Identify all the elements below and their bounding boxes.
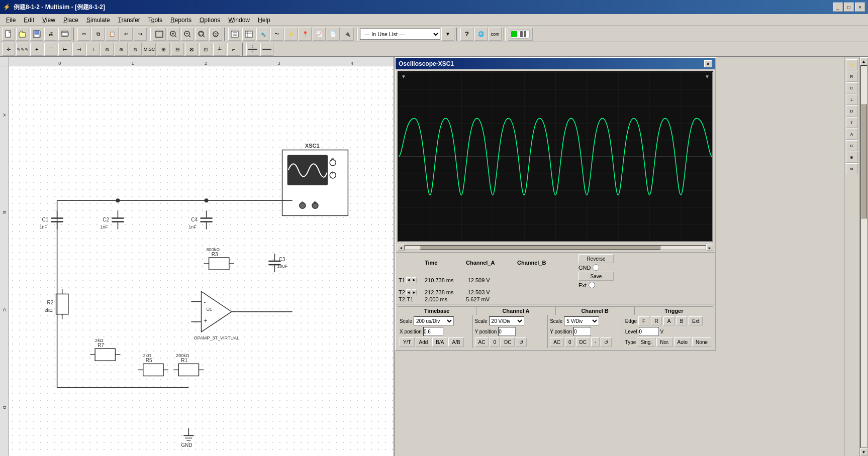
zoom-fullpage-button[interactable]: [153, 28, 166, 41]
r3-component[interactable]: R3 800kΩ: [204, 247, 234, 270]
cha-dc-btn[interactable]: DC: [501, 337, 515, 347]
wire-btn[interactable]: ∿∿∿: [16, 43, 29, 56]
t2-right-arrow[interactable]: ►: [412, 289, 417, 295]
title-controls[interactable]: _ □ ×: [833, 3, 865, 12]
digital-btn[interactable]: ⊞: [157, 43, 170, 56]
tb-scale-select[interactable]: 200 us/Div: [414, 316, 454, 325]
right-tb-btn-7[interactable]: A: [846, 129, 858, 140]
undo-button[interactable]: ↩: [120, 28, 133, 41]
osc-scroll-track[interactable]: [405, 245, 706, 250]
logic-btn[interactable]: ⊟: [171, 43, 184, 56]
bus-btn[interactable]: ⚡: [284, 28, 298, 41]
c1-component[interactable]: C1 1nF: [39, 210, 63, 229]
maximize-button[interactable]: □: [844, 3, 854, 12]
chb-invert-btn[interactable]: ↺: [601, 337, 612, 347]
chb-ypos-input[interactable]: [573, 327, 591, 336]
save-button-osc[interactable]: Save: [578, 272, 614, 281]
right-tb-btn-9[interactable]: ⊕: [846, 152, 858, 163]
right-tb-btn-10[interactable]: ⊗: [846, 163, 858, 174]
instr-btn[interactable]: ┴: [213, 43, 226, 56]
route-mode-btn[interactable]: [260, 43, 273, 56]
dropdown-arrow-btn[interactable]: ▼: [441, 28, 454, 41]
paste-button[interactable]: 📋: [106, 28, 119, 41]
r2-component[interactable]: R2 2kΩ: [44, 289, 68, 319]
print-button[interactable]: 🖨: [44, 28, 57, 41]
cha-ypos-input[interactable]: [498, 327, 516, 336]
component-btn[interactable]: 🔌: [341, 28, 354, 41]
in-use-list-dropdown[interactable]: --- In Use List ---: [360, 29, 440, 40]
com-btn[interactable]: com: [489, 28, 502, 41]
chb-scale-select[interactable]: 5 V/Div: [564, 316, 599, 325]
osc-scroll-thumb[interactable]: [420, 246, 660, 250]
help-btn[interactable]: ?: [460, 28, 473, 41]
right-tb-btn-4[interactable]: L: [846, 94, 858, 105]
right-tb-btn-8[interactable]: G: [846, 140, 858, 151]
trig-edge-r-btn[interactable]: R: [651, 316, 662, 325]
chb-ac-btn[interactable]: AC: [550, 337, 564, 347]
trig-ext-btn[interactable]: Ext: [689, 316, 703, 325]
ba-btn[interactable]: B/A: [432, 337, 447, 347]
menu-view[interactable]: View: [38, 16, 59, 25]
open-button[interactable]: [16, 28, 29, 41]
wiring-mode-btn[interactable]: [246, 43, 259, 56]
t1-left-arrow[interactable]: ◄: [406, 277, 411, 283]
ab-btn[interactable]: A/B: [448, 337, 463, 347]
schematic-canvas[interactable]: G T A B XSC1: [9, 66, 394, 456]
c2-component[interactable]: C2 1nF: [100, 210, 124, 229]
run-pause-btn[interactable]: [508, 28, 533, 41]
r1-component[interactable]: R1 200kΩ: [173, 353, 204, 376]
probe-btn[interactable]: 📍: [299, 28, 312, 41]
spreadsheet-btn[interactable]: [242, 28, 255, 41]
menu-transfer[interactable]: Transfer: [114, 16, 144, 25]
main-scrollbar-v[interactable]: ▲ ▼: [859, 57, 868, 456]
menu-edit[interactable]: Edit: [20, 16, 38, 25]
busconn2-btn[interactable]: ⊥: [86, 43, 100, 56]
schematic-btn[interactable]: [228, 28, 241, 41]
menu-tools[interactable]: Tools: [144, 16, 166, 25]
zoom-in-button[interactable]: [167, 28, 180, 41]
junction-btn[interactable]: ✦: [30, 43, 43, 56]
menu-window[interactable]: Window: [224, 16, 254, 25]
scroll-track[interactable]: [860, 65, 867, 448]
trig-a-btn[interactable]: A: [663, 316, 674, 325]
menu-options[interactable]: Options: [196, 16, 224, 25]
zoom-out-button[interactable]: [181, 28, 194, 41]
redo-button[interactable]: ↪: [134, 28, 147, 41]
right-tb-btn-3[interactable]: C: [846, 82, 858, 93]
pointer-btn[interactable]: ✛: [2, 43, 15, 56]
pin-btn[interactable]: ⊚: [101, 43, 114, 56]
xsc1-component[interactable]: G T A B XSC1: [282, 143, 348, 216]
minimize-button[interactable]: _: [833, 3, 843, 12]
cut-button[interactable]: ✂: [77, 28, 90, 41]
right-tb-btn-5[interactable]: D: [846, 105, 858, 117]
t2-arrows[interactable]: ◄ ►: [406, 289, 417, 295]
trig-edge-f-btn[interactable]: F: [638, 316, 649, 325]
gnd-radio[interactable]: [593, 264, 599, 271]
osc-scroll-left[interactable]: ◄: [398, 245, 405, 251]
right-tb-btn-6[interactable]: T: [846, 117, 858, 128]
osc-close-btn[interactable]: ×: [704, 60, 712, 67]
trig-auto-btn[interactable]: Auto: [674, 337, 692, 347]
menu-place[interactable]: Place: [59, 16, 82, 25]
wave-btn[interactable]: 〜: [270, 28, 283, 41]
trig-level-input[interactable]: [639, 327, 659, 336]
zoom-fit-button[interactable]: 50: [209, 28, 222, 41]
ground-btn[interactable]: ⌐: [227, 43, 240, 56]
reverse-button[interactable]: Reverse: [578, 254, 614, 263]
cha-invert-btn[interactable]: ↺: [516, 337, 527, 347]
menu-file[interactable]: File: [2, 16, 20, 25]
trig-b-btn[interactable]: B: [676, 316, 687, 325]
r7-component[interactable]: R7 2kΩ: [90, 338, 120, 361]
t2-left-arrow[interactable]: ◄: [406, 289, 411, 295]
menu-simulate[interactable]: Simulate: [82, 16, 114, 25]
pwrport-btn[interactable]: ⊛: [115, 43, 128, 56]
chb-minus-btn[interactable]: -: [591, 337, 600, 347]
dblist-btn[interactable]: 📄: [327, 28, 340, 41]
curr-probe-btn[interactable]: ⊡: [199, 43, 212, 56]
chb-dc-btn[interactable]: DC: [576, 337, 590, 347]
scroll-down-btn[interactable]: ▼: [860, 448, 868, 456]
zoom-area-button[interactable]: [195, 28, 208, 41]
cha-zero-btn[interactable]: 0: [490, 337, 500, 347]
r5-component[interactable]: R5 2kΩ: [138, 353, 168, 376]
print-preview-button[interactable]: [58, 28, 71, 41]
